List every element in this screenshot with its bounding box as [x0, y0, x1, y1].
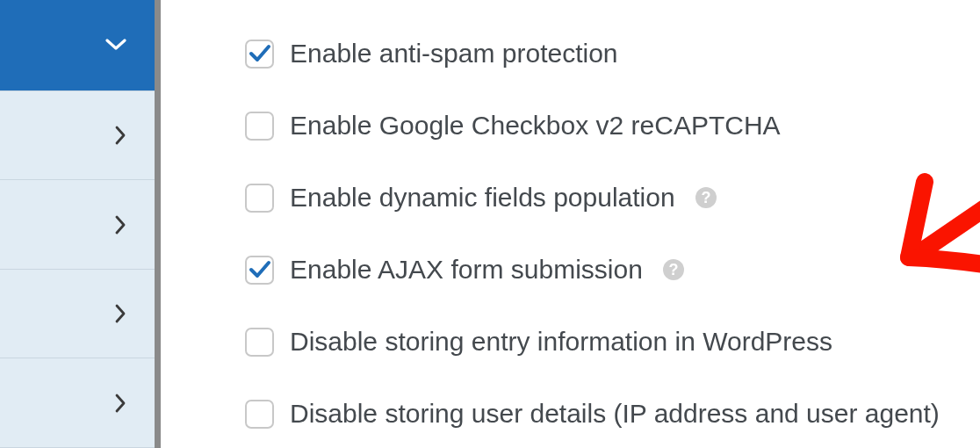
- sidebar-item-active[interactable]: [0, 0, 155, 91]
- option-row: Enable anti-spam protection: [245, 18, 980, 90]
- checkbox-antispam[interactable]: [245, 40, 274, 69]
- option-row: Enable AJAX form submission ?: [245, 234, 980, 306]
- checkbox-dynamic-fields[interactable]: [245, 184, 274, 213]
- option-label: Enable AJAX form submission: [290, 255, 643, 285]
- sidebar-item-4[interactable]: [0, 358, 155, 448]
- checkbox-ajax-submission[interactable]: [245, 256, 274, 285]
- settings-main: Enable anti-spam protection Enable Googl…: [161, 0, 980, 448]
- vertical-divider: [155, 0, 161, 448]
- option-row: Enable Google Checkbox v2 reCAPTCHA: [245, 90, 980, 162]
- sidebar-item-3[interactable]: [0, 270, 155, 359]
- option-row: Disable storing entry information in Wor…: [245, 306, 980, 378]
- sidebar-item-2[interactable]: [0, 180, 155, 270]
- chevron-down-icon: [105, 39, 126, 51]
- checkbox-disable-entry-storage[interactable]: [245, 328, 274, 357]
- chevron-right-icon: [114, 214, 126, 235]
- option-label: Enable dynamic fields population: [290, 183, 675, 213]
- svg-text:?: ?: [668, 261, 678, 278]
- sidebar-item-1[interactable]: [0, 91, 155, 181]
- chevron-right-icon: [114, 125, 126, 146]
- svg-text:?: ?: [701, 189, 710, 206]
- option-label: Enable Google Checkbox v2 reCAPTCHA: [290, 111, 781, 141]
- sidebar: [0, 0, 155, 448]
- option-row: Disable storing user details (IP address…: [245, 378, 980, 448]
- help-icon[interactable]: ?: [662, 258, 685, 281]
- help-icon[interactable]: ?: [695, 186, 717, 209]
- checkbox-recaptcha[interactable]: [245, 112, 274, 141]
- option-label: Enable anti-spam protection: [290, 39, 618, 69]
- option-row: Enable dynamic fields population ?: [245, 162, 980, 234]
- chevron-right-icon: [114, 393, 126, 414]
- option-label: Disable storing user details (IP address…: [290, 399, 940, 429]
- option-label: Disable storing entry information in Wor…: [290, 327, 832, 357]
- checkbox-disable-user-details[interactable]: [245, 400, 274, 429]
- chevron-right-icon: [114, 303, 126, 324]
